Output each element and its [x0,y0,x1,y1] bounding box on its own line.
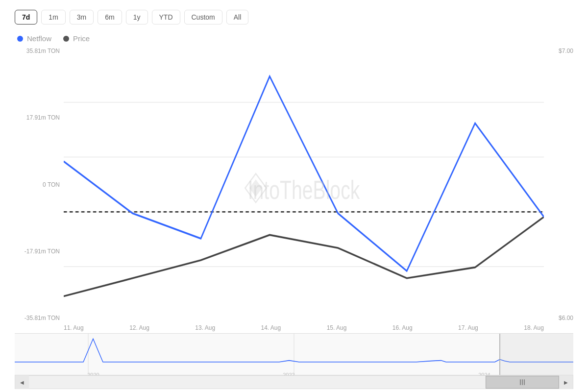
legend-label-price: Price [73,34,90,43]
chart-svg-container: IntoTheBlock [64,48,544,321]
y-axis-left-label: 17.91m TON [15,114,60,121]
scroll-thumb-line [520,379,521,385]
x-axis-label: 13. Aug [195,324,215,331]
x-axis-label: 16. Aug [392,324,413,331]
legend-item-price: Price [63,34,90,43]
time-range-bar: 7d1m3m6m1yYTDCustomAll [15,10,573,24]
time-btn-3m[interactable]: 3m [70,10,94,24]
y-axis-left-label: 35.81m TON [15,48,60,54]
time-btn-1y[interactable]: 1y [126,10,148,24]
time-btn-1m[interactable]: 1m [41,10,65,24]
x-axis-label: 12. Aug [129,324,149,331]
scroll-thumb-line [522,379,523,385]
time-btn-6m[interactable]: 6m [98,10,122,24]
scroll-thumb-lines [520,379,525,385]
y-axis-left-label: -17.91m TON [15,248,60,255]
y-axis-right: $7.00$6.00 [544,48,573,321]
y-axis-left-label: -35.81m TON [15,315,60,321]
x-axis-label: 15. Aug [327,324,347,331]
time-btn-all[interactable]: All [226,10,249,24]
x-axis-label: 11. Aug [64,324,84,331]
main-chart-svg: IntoTheBlock [64,48,544,321]
scrollbar: ◀ ▶ [15,375,573,389]
chart-legend: NetflowPrice [15,34,573,43]
legend-label-netflow: Netflow [27,34,51,43]
chart-area: 35.81m TON17.91m TON0 TON-17.91m TON-35.… [15,48,573,331]
main-chart-wrapper: 35.81m TON17.91m TON0 TON-17.91m TON-35.… [15,48,573,321]
time-btn-custom[interactable]: Custom [184,10,222,24]
scroll-right-button[interactable]: ▶ [559,375,573,389]
legend-dot-price [63,36,69,42]
y-axis-right-label: $6.00 [544,315,573,321]
scroll-left-button[interactable]: ◀ [15,375,29,389]
y-axis-right-label: $7.00 [544,48,573,54]
scroll-track [29,376,559,389]
mini-chart-svg [15,334,573,375]
scroll-thumb-line [524,379,525,385]
mini-chart-section: 202020222024 ◀ ▶ [15,333,573,387]
time-btn-7d[interactable]: 7d [15,10,37,24]
x-axis: 11. Aug12. Aug13. Aug14. Aug15. Aug16. A… [15,321,573,331]
x-axis-label: 18. Aug [524,324,544,331]
mini-chart-wrapper: 202020222024 [15,333,573,375]
svg-rect-11 [500,334,573,375]
legend-dot-netflow [17,36,23,42]
x-axis-label: 17. Aug [458,324,478,331]
y-axis-left-label: 0 TON [15,181,60,188]
y-axis-left: 35.81m TON17.91m TON0 TON-17.91m TON-35.… [15,48,64,321]
time-btn-ytd[interactable]: YTD [152,10,180,24]
scroll-thumb[interactable] [486,376,559,389]
x-axis-label: 14. Aug [261,324,281,331]
legend-item-netflow: Netflow [17,34,51,43]
